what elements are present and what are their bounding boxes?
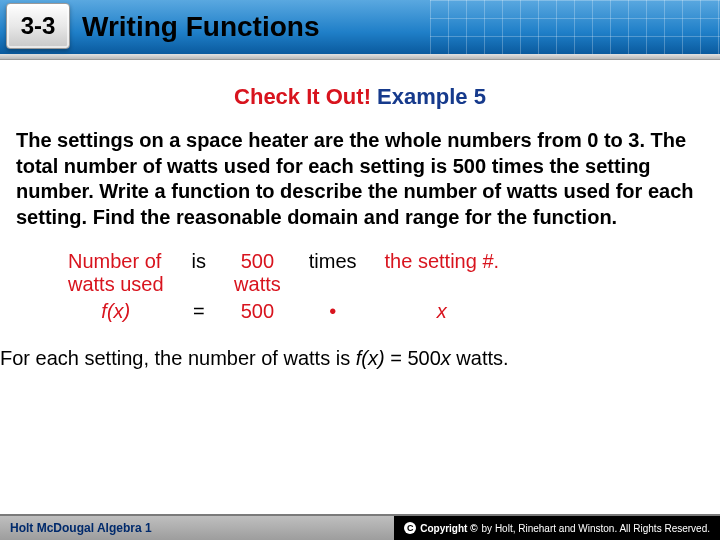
tbl-r1-c4: times (295, 248, 371, 298)
tbl-r1-c2: is (178, 248, 220, 298)
translation-table: Number ofwatts used is 500watts times th… (54, 248, 706, 325)
slide-header: 3-3 Writing Functions (0, 0, 720, 54)
check-it-red: Check It Out! (234, 84, 371, 109)
slide-title: Writing Functions (82, 11, 319, 43)
tbl-r1-c5: the setting #. (371, 248, 514, 298)
tbl-r2-c5: x (371, 298, 514, 325)
copyright-icon: C (404, 522, 416, 534)
footer-text-left: Holt McDougal Algebra 1 (0, 521, 152, 535)
slide-content: Check It Out! Example 5 The settings on … (0, 60, 720, 347)
problem-text: The settings on a space heater are the w… (16, 128, 704, 230)
tbl-r2-c4: • (295, 298, 371, 325)
check-it-blue: Example 5 (377, 84, 486, 109)
footer-copyright: C Copyright © by Holt, Rinehart and Wins… (394, 516, 720, 540)
slide-footer: Holt McDougal Algebra 1 C Copyright © by… (0, 514, 720, 540)
tbl-r2-c1: f(x) (54, 298, 178, 325)
tbl-r1-c3: 500watts (220, 248, 295, 298)
answer-line: For each setting, the number of watts is… (0, 347, 720, 370)
header-grid-decor (430, 0, 720, 54)
section-badge: 3-3 (6, 3, 70, 49)
tbl-r1-c1: Number ofwatts used (54, 248, 178, 298)
check-it-out-heading: Check It Out! Example 5 (14, 84, 706, 110)
tbl-r2-c2: = (178, 298, 220, 325)
tbl-r2-c3: 500 (220, 298, 295, 325)
